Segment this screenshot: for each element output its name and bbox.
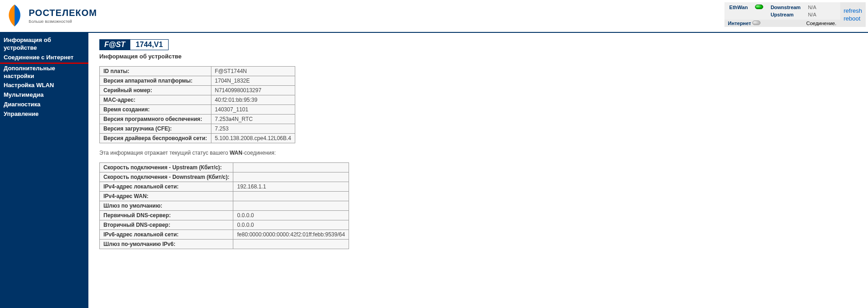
row-label: ID платы: <box>100 67 211 76</box>
table-row: Шлюз по-умолчанию IPv6: <box>100 240 349 249</box>
internet-led-icon <box>752 21 760 25</box>
row-value: 0.0.0.0 <box>233 211 349 220</box>
row-label: Серийный номер: <box>100 86 211 95</box>
row-label: Шлюз по умолчанию: <box>100 201 233 211</box>
row-label: Шлюз по-умолчанию IPv6: <box>100 240 233 249</box>
content-area: F@ST 1744,V1 Информация об устройстве ID… <box>88 33 868 308</box>
sidebar-item-multimedia[interactable]: Мультимедиа <box>0 90 88 100</box>
sidebar-item-internet-connection[interactable]: Соединение с Интернет <box>0 53 88 64</box>
row-label: Версия драйвера беспроводной сети: <box>100 134 211 143</box>
sidebar-item-diagnostics[interactable]: Диагностика <box>0 100 88 110</box>
table-row: Версия загрузчика (CFE):7.253 <box>100 124 295 134</box>
table-row: Версия аппаратной платформы:1704N_1832E <box>100 76 295 86</box>
wan-info-table: Скорость подключения - Upstream (Кбит/с)… <box>99 162 349 249</box>
row-value: 1704N_1832E <box>211 76 295 86</box>
row-value <box>233 163 349 172</box>
table-row: MAC-адрес:40:f2:01:bb:95:39 <box>100 95 295 105</box>
table-row: Скорость подключения - Upstream (Кбит/с)… <box>100 163 349 172</box>
section-title: Информация об устройстве <box>99 53 857 60</box>
sidebar-item-device-info[interactable]: Информация об устройстве <box>0 36 88 53</box>
badge-model: 1744,V1 <box>130 40 169 50</box>
table-row: Версия программного обеспечения:7.253a4N… <box>100 115 295 124</box>
row-value: 7.253a4N_RTC <box>211 115 295 124</box>
ethwan-led-icon <box>755 5 763 9</box>
row-value: 5.100.138.2008.cpe4.12L06B.4 <box>211 134 295 143</box>
device-badge: F@ST 1744,V1 <box>99 39 169 50</box>
row-value: 140307_1101 <box>211 105 295 115</box>
table-row: IPv6-адрес локальной сети:fe80:0000:0000… <box>100 230 349 240</box>
sidebar: Информация об устройстве Соединение с Ин… <box>0 33 88 308</box>
table-row: Первичный DNS-сервер:0.0.0.0 <box>100 211 349 220</box>
row-label: IPv4-адрес WAN: <box>100 192 233 201</box>
wan-note: Эта информация отражает текущий статус в… <box>99 150 857 156</box>
table-row: Шлюз по умолчанию: <box>100 201 349 211</box>
row-value: 7.253 <box>211 124 295 134</box>
row-value: F@ST1744N <box>211 67 295 76</box>
connection-label: Соединение. <box>806 21 836 26</box>
ethwan-label: EthWan <box>726 4 752 11</box>
table-row: Скорость подключения - Downstream (Кбит/… <box>100 172 349 182</box>
reboot-link[interactable]: reboot <box>844 15 862 22</box>
row-label: IPv6-адрес локальной сети: <box>100 230 233 240</box>
table-row: Время создания:140307_1101 <box>100 105 295 115</box>
table-row: Версия драйвера беспроводной сети:5.100.… <box>100 134 295 143</box>
row-label: Скорость подключения - Downstream (Кбит/… <box>100 172 233 182</box>
row-label: Вторичный DNS-сервер: <box>100 220 233 230</box>
upstream-value: N/A <box>804 11 820 18</box>
row-value <box>233 201 349 211</box>
upstream-label: Upstream <box>767 11 804 18</box>
internet-label: Интернет <box>728 21 751 26</box>
row-label: IPv4-адрес локальной сети: <box>100 182 233 192</box>
row-value: 0.0.0.0 <box>233 220 349 230</box>
logo-area: РОСТЕЛЕКОМ Больше возможностей <box>5 4 97 27</box>
row-value: fe80:0000:0000:0000:42f2:01ff:febb:9539/… <box>233 230 349 240</box>
sidebar-item-advanced-settings[interactable]: Дополнительные настройки <box>0 64 88 81</box>
row-label: Скорость подключения - Upstream (Кбит/с)… <box>100 163 233 172</box>
downstream-value: N/A <box>804 4 820 11</box>
status-panel: EthWan Downstream N/A Upstream N/A Интер… <box>724 2 866 27</box>
row-label: Версия программного обеспечения: <box>100 115 211 124</box>
table-row: Вторичный DNS-сервер:0.0.0.0 <box>100 220 349 230</box>
brand-name: РОСТЕЛЕКОМ <box>29 8 97 18</box>
row-label: Версия загрузчика (CFE): <box>100 124 211 134</box>
sidebar-item-wlan-setup[interactable]: Настройка WLAN <box>0 81 88 90</box>
table-row: Серийный номер:N71409980013297 <box>100 86 295 95</box>
row-label: MAC-адрес: <box>100 95 211 105</box>
table-row: IPv4-адрес локальной сети:192.168.1.1 <box>100 182 349 192</box>
row-value <box>233 240 349 249</box>
header: РОСТЕЛЕКОМ Больше возможностей EthWan Do… <box>0 0 868 33</box>
sidebar-item-management[interactable]: Управление <box>0 110 88 119</box>
row-label: Время создания: <box>100 105 211 115</box>
rostelecom-logo-icon <box>5 4 25 27</box>
row-value <box>233 192 349 201</box>
row-value: N71409980013297 <box>211 86 295 95</box>
row-value: 192.168.1.1 <box>233 182 349 192</box>
row-value <box>233 172 349 182</box>
downstream-label: Downstream <box>767 4 804 11</box>
badge-brand: F@ST <box>100 40 130 50</box>
brand-tagline: Больше возможностей <box>29 19 97 24</box>
row-label: Версия аппаратной платформы: <box>100 76 211 86</box>
row-label: Первичный DNS-сервер: <box>100 211 233 220</box>
refresh-link[interactable]: refresh <box>844 7 862 14</box>
row-value: 40:f2:01:bb:95:39 <box>211 95 295 105</box>
table-row: ID платы:F@ST1744N <box>100 67 295 76</box>
device-info-table: ID платы:F@ST1744NВерсия аппаратной плат… <box>99 66 295 143</box>
table-row: IPv4-адрес WAN: <box>100 192 349 201</box>
